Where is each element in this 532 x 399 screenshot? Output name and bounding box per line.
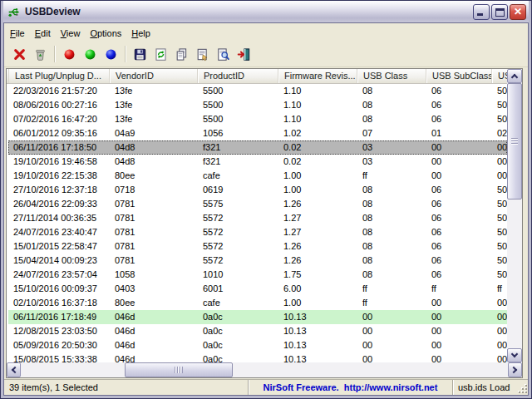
scroll-right-button[interactable] bbox=[508, 362, 522, 377]
table-row[interactable]: 26/04/2016 22:09:33078155751.26080650 bbox=[8, 197, 507, 211]
cell-firmware_revision: 10.13 bbox=[278, 310, 357, 324]
uninstall-device-button[interactable] bbox=[9, 44, 29, 64]
copy-button[interactable] bbox=[171, 44, 191, 64]
menu-item-view[interactable]: View bbox=[56, 26, 86, 41]
cell-vendor_id: 13fe bbox=[110, 84, 198, 98]
column-header-usb_class[interactable]: USB Class bbox=[357, 69, 426, 83]
save-button[interactable] bbox=[130, 44, 150, 64]
table-row[interactable]: 12/08/2015 23:03:50046d0a0c10.13000000 bbox=[8, 324, 507, 338]
table-row[interactable]: 06/01/2012 09:35:1604a910561.02070102 bbox=[8, 126, 507, 140]
table-row[interactable]: 27/11/2014 00:36:35078155721.27080650 bbox=[8, 211, 507, 225]
cell-usb_protocol: 50 bbox=[492, 268, 507, 282]
cell-usb_protocol: 50 bbox=[492, 225, 507, 239]
cell-firmware_revision: 1.02 bbox=[278, 126, 357, 140]
cell-last_plug_unplug_date: 12/08/2015 23:03:50 bbox=[8, 324, 110, 338]
exit-button[interactable] bbox=[234, 44, 254, 64]
table-row[interactable]: 07/02/2016 16:47:2013fe55001.10080650 bbox=[8, 112, 507, 126]
cell-last_plug_unplug_date: 24/07/2016 23:40:47 bbox=[8, 225, 110, 239]
cell-last_plug_unplug_date: 19/10/2016 22:15:38 bbox=[8, 169, 110, 183]
table-row[interactable]: 24/07/2016 23:40:47078155721.27080650 bbox=[8, 225, 507, 239]
cell-usb_protocol: 50 bbox=[492, 239, 507, 254]
cell-vendor_id: 1058 bbox=[110, 268, 198, 282]
cell-vendor_id: 0403 bbox=[110, 282, 198, 296]
refresh-button[interactable] bbox=[150, 44, 170, 64]
cell-firmware_revision: 6.00 bbox=[278, 282, 357, 296]
resize-grip[interactable] bbox=[517, 383, 527, 393]
red-ball-button[interactable] bbox=[59, 44, 79, 64]
table-row[interactable]: 08/06/2016 00:27:1613fe55001.10080650 bbox=[8, 98, 507, 112]
cell-firmware_revision: 0.02 bbox=[278, 155, 357, 169]
table-row[interactable]: 02/10/2016 16:37:1880eecafe1.00ff0000 bbox=[8, 296, 507, 310]
column-header-product_id[interactable]: ProductID bbox=[198, 69, 278, 83]
cell-usb_subclass: 06 bbox=[426, 268, 492, 282]
item-count-text: 39 item(s), 1 Selected bbox=[9, 382, 98, 392]
vertical-scroll-thumb[interactable] bbox=[507, 83, 522, 200]
status-nirsoft-panel: NirSoft Freeware. http://www.nirsoft.net bbox=[248, 380, 452, 395]
cell-vendor_id: 04a9 bbox=[110, 126, 198, 140]
column-header-usb_protocol[interactable]: USB Protocol bbox=[492, 69, 507, 83]
cell-last_plug_unplug_date: 15/10/2016 00:09:37 bbox=[8, 282, 110, 296]
column-header-firmware_revision[interactable]: Firmware Revis... bbox=[278, 69, 357, 83]
menu-item-help[interactable]: Help bbox=[126, 26, 155, 41]
menu-item-options[interactable]: Options bbox=[85, 26, 126, 41]
refresh-icon bbox=[154, 47, 168, 62]
table-row[interactable]: 15/01/2015 22:58:47078155721.26080650 bbox=[8, 239, 507, 254]
status-bar: 39 item(s), 1 Selected NirSoft Freeware.… bbox=[4, 379, 528, 395]
scroll-left-button[interactable] bbox=[7, 362, 21, 377]
table-row[interactable]: 22/03/2016 21:57:2013fe55001.10080650 bbox=[8, 84, 507, 98]
table-row[interactable]: 27/10/2016 12:37:18071806191.00080650 bbox=[8, 183, 507, 197]
window-body: FileEditViewOptionsHelp Last Plug/Unplug… bbox=[3, 22, 529, 396]
chevron-right-icon bbox=[510, 367, 517, 373]
usbids-status-text: usb.ids Load bbox=[458, 382, 510, 392]
table-row[interactable]: 05/09/2016 20:50:30046d0a0c10.13000000 bbox=[8, 338, 507, 352]
table-row[interactable]: 24/07/2016 23:57:04105810101.75080650 bbox=[8, 268, 507, 282]
cell-product_id: 5575 bbox=[198, 197, 278, 211]
horizontal-scrollbar[interactable] bbox=[7, 362, 522, 377]
cell-product_id: 5500 bbox=[198, 98, 278, 112]
chevron-left-icon bbox=[12, 367, 18, 373]
nirsoft-link[interactable]: NirSoft Freeware. http://www.nirsoft.net bbox=[264, 382, 438, 392]
cell-usb_protocol: 50 bbox=[492, 183, 507, 197]
minimize-button[interactable] bbox=[473, 4, 490, 20]
cell-vendor_id: 13fe bbox=[110, 112, 198, 126]
cell-usb_class: 08 bbox=[357, 254, 426, 268]
properties-button[interactable] bbox=[192, 44, 212, 64]
table-row[interactable]: 19/10/2016 22:15:3880eecafe1.00ff0000 bbox=[8, 169, 507, 183]
menu-item-edit[interactable]: Edit bbox=[30, 26, 56, 41]
cell-firmware_revision: 1.26 bbox=[278, 239, 357, 254]
find-button[interactable] bbox=[213, 44, 233, 64]
vertical-scrollbar[interactable] bbox=[507, 69, 522, 362]
blue-ball-button[interactable] bbox=[101, 44, 121, 64]
green-ball-button[interactable] bbox=[80, 44, 100, 64]
horizontal-scroll-thumb[interactable] bbox=[125, 362, 233, 377]
usb-app-icon[interactable] bbox=[7, 5, 22, 19]
cell-usb_subclass: 01 bbox=[426, 126, 492, 140]
column-header-usb_subclass[interactable]: USB SubClass bbox=[426, 69, 492, 83]
table-row[interactable]: 15/04/2014 00:09:23078155721.26080650 bbox=[8, 254, 507, 268]
maximize-button[interactable] bbox=[491, 4, 508, 20]
cell-product_id: 5572 bbox=[198, 225, 278, 239]
cell-vendor_id: 0718 bbox=[110, 183, 198, 197]
scroll-up-button[interactable] bbox=[507, 69, 522, 83]
cell-vendor_id: 0781 bbox=[110, 254, 198, 268]
cell-vendor_id: 046d bbox=[110, 338, 198, 352]
table-row[interactable]: 06/11/2016 17:18:49046d0a0c10.13000000 bbox=[8, 310, 507, 324]
remove-device-button[interactable] bbox=[30, 44, 50, 64]
table-row[interactable]: 15/10/2016 00:09:37040360016.00ffffff bbox=[8, 282, 507, 296]
cell-firmware_revision: 1.10 bbox=[278, 112, 357, 126]
title-bar[interactable]: USBDeview ✕ bbox=[3, 1, 529, 22]
cell-vendor_id: 046d bbox=[110, 324, 198, 338]
cell-usb_class: 08 bbox=[357, 197, 426, 211]
cell-firmware_revision: 0.02 bbox=[278, 140, 357, 155]
column-header-vendor_id[interactable]: VendorID bbox=[110, 69, 198, 83]
toolbar bbox=[4, 42, 528, 67]
scroll-down-button[interactable] bbox=[507, 348, 522, 362]
cell-firmware_revision: 1.00 bbox=[278, 183, 357, 197]
menu-item-file[interactable]: File bbox=[5, 26, 30, 41]
close-button[interactable]: ✕ bbox=[510, 4, 526, 20]
cell-vendor_id: 0781 bbox=[110, 239, 198, 254]
cell-usb_protocol: 50 bbox=[492, 254, 507, 268]
column-header-last_plug_unplug_date[interactable]: Last Plug/Unplug D... bbox=[8, 69, 110, 83]
table-row[interactable]: 06/11/2016 17:18:5004d8f3210.02030000 bbox=[8, 140, 507, 155]
table-row[interactable]: 19/10/2016 19:46:5804d8f3210.02030000 bbox=[8, 155, 507, 169]
